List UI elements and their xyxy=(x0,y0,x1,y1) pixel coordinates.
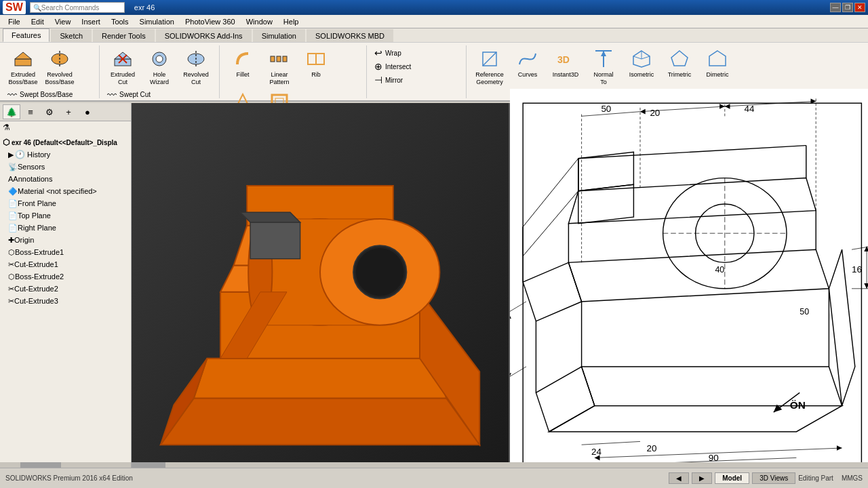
lp-tab-config[interactable]: ⚙ xyxy=(41,104,58,119)
ft-front-plane[interactable]: 📄 Front Plane xyxy=(0,197,131,209)
tab-addins[interactable]: SOLIDWORKS Add-Ins xyxy=(156,29,252,42)
btn-dimetric[interactable]: Dimetric xyxy=(700,45,735,80)
ft-history-label: History xyxy=(27,150,50,159)
titlebar: SW 🔍 exr 46 — ❐ ✕ xyxy=(0,0,868,15)
revolved-boss-label: RevolvedBoss/Base xyxy=(45,71,74,86)
lp-tab-plus[interactable]: + xyxy=(60,104,77,119)
swept-cut-label: Swept Cut xyxy=(119,91,151,98)
ft-cut-extrude3[interactable]: ✂ Cut-Extrude3 xyxy=(0,295,131,307)
btn-swept-boss-base[interactable]: 〰 Swept Boss/Base xyxy=(5,89,94,101)
menu-photoview[interactable]: PhotoView 360 xyxy=(180,16,241,27)
tab-features[interactable]: Features xyxy=(3,28,50,42)
on-label: ÖN xyxy=(790,399,806,411)
ft-annotations-label: Annotations xyxy=(13,175,52,183)
reference-geometry-icon xyxy=(477,47,502,71)
menu-simulation[interactable]: Simulation xyxy=(134,16,180,27)
ft-origin[interactable]: ✚ Origin xyxy=(0,234,131,246)
lp-tab-feature[interactable]: 🌲 xyxy=(3,104,20,119)
menu-window[interactable]: Window xyxy=(241,16,278,27)
svg-line-71 xyxy=(578,146,806,159)
rib-label: Rib xyxy=(311,71,321,79)
menu-view[interactable]: View xyxy=(50,16,77,27)
tab-render[interactable]: Render Tools xyxy=(93,29,155,42)
filter-icon: ⚗ xyxy=(3,123,10,132)
drawing-view[interactable]: 50 20 44 16 xyxy=(509,103,868,468)
close-button[interactable]: ✕ xyxy=(854,3,865,12)
svg-marker-47 xyxy=(240,212,300,222)
ft-material[interactable]: 🔷 Material <not specified> xyxy=(0,185,131,197)
ft-root[interactable]: ⬡ exr 46 (Default<<Default>_Displa xyxy=(0,136,131,148)
btn-trimetric[interactable]: Trimetric xyxy=(662,45,697,80)
isometric-icon xyxy=(629,47,654,71)
tab-model[interactable]: Model xyxy=(715,472,749,484)
search-input[interactable] xyxy=(41,4,116,12)
history-icon: 🕐 xyxy=(15,150,25,159)
maximize-button[interactable]: ❐ xyxy=(842,3,853,12)
hscroll[interactable] xyxy=(132,462,868,468)
svg-marker-96 xyxy=(837,445,842,451)
revolved-cut-icon xyxy=(184,47,208,71)
svg-line-93 xyxy=(582,441,640,445)
btn-extruded-cut[interactable]: ExtrudedCut xyxy=(105,45,140,87)
menu-insert[interactable]: Insert xyxy=(76,16,106,27)
svg-rect-4 xyxy=(115,59,131,66)
instant3d-icon: 3D xyxy=(553,47,578,71)
ft-boss-extrude2[interactable]: ⬡ Boss-Extrude2 xyxy=(0,270,131,283)
titlebar-left: SW 🔍 exr 46 xyxy=(3,1,155,14)
btn-isometric[interactable]: Isometric xyxy=(624,45,659,80)
front-plane-icon: 📄 xyxy=(8,199,18,208)
swept-cut-icon: 〰 xyxy=(107,89,117,100)
tab-mbd[interactable]: SOLIDWORKS MBD xyxy=(307,29,393,42)
search-area[interactable]: 🔍 xyxy=(30,2,125,13)
btn-mirror[interactable]: ⊣ Mirror xyxy=(372,74,460,86)
btn-intersect[interactable]: ⊕ Intersect xyxy=(372,60,460,73)
btn-fillet[interactable]: Fillet xyxy=(225,45,260,80)
btn-swept-cut[interactable]: 〰 Swept Cut xyxy=(105,89,193,101)
nav-prev[interactable]: ◀ xyxy=(669,472,689,484)
ft-history[interactable]: ▶ 🕐 History xyxy=(0,148,131,161)
menu-edit[interactable]: Edit xyxy=(26,16,50,27)
minimize-button[interactable]: — xyxy=(830,3,841,12)
model-view[interactable] xyxy=(132,103,509,468)
btn-extruded-boss-base[interactable]: ExtrudedBoss/Base xyxy=(5,45,41,87)
menu-file[interactable]: File xyxy=(3,16,26,27)
lp-tab-property[interactable]: ≡ xyxy=(22,104,39,119)
ft-boss-extrude1[interactable]: ⬡ Boss-Extrude1 xyxy=(0,246,131,258)
btn-linear-pattern[interactable]: LinearPattern xyxy=(262,45,297,87)
tab-simulation[interactable]: Simulation xyxy=(253,29,305,42)
btn-hole-wizard[interactable]: HoleWizard xyxy=(142,45,177,87)
dim-20: 20 xyxy=(650,108,660,118)
rib-icon xyxy=(304,47,328,71)
ft-top-plane[interactable]: 📄 Top Plane xyxy=(0,209,131,222)
ft-sensors[interactable]: 📡 Sensors xyxy=(0,161,131,173)
ft-right-plane[interactable]: 📄 Right Plane xyxy=(0,222,131,234)
tab-sketch[interactable]: Sketch xyxy=(51,29,92,42)
dimetric-label: Dimetric xyxy=(707,71,729,79)
mirror-label: Mirror xyxy=(385,77,403,84)
btn-wrap[interactable]: ↩ Wrap xyxy=(372,47,460,59)
btn-revolved-boss-base[interactable]: RevolvedBoss/Base xyxy=(42,45,77,87)
ft-cut-extrude2[interactable]: ✂ Cut-Extrude2 xyxy=(0,283,131,295)
btn-curves[interactable]: Curves xyxy=(510,45,545,80)
left-panel-scrollbar[interactable] xyxy=(0,462,131,468)
tab-3d-views[interactable]: 3D Views xyxy=(752,472,795,484)
btn-normal-to[interactable]: NormalTo xyxy=(586,45,621,87)
menu-help[interactable]: Help xyxy=(278,16,304,27)
annotations-icon: A xyxy=(8,175,13,183)
svg-line-28 xyxy=(642,56,650,59)
btn-reference-geometry[interactable]: ReferenceGeometry xyxy=(472,45,507,87)
btn-instant3d[interactable]: 3D Instant3D xyxy=(548,45,583,80)
dim-90: 90 xyxy=(709,453,719,463)
menu-tools[interactable]: Tools xyxy=(106,16,134,27)
btn-revolved-cut[interactable]: RevolvedCut xyxy=(178,45,214,87)
mirror-icon: ⊣ xyxy=(374,75,382,85)
svg-marker-70 xyxy=(523,159,578,256)
ft-annotations[interactable]: A Annotations xyxy=(0,173,131,185)
nav-next[interactable]: ▶ xyxy=(692,472,712,484)
svg-rect-14 xyxy=(283,56,287,62)
btn-rib[interactable]: Rib xyxy=(298,45,334,80)
hscroll-thumb[interactable] xyxy=(132,462,165,468)
lp-tab-appearance[interactable]: ● xyxy=(79,104,96,119)
ft-cut-extrude1[interactable]: ✂ Cut-Extrude1 xyxy=(0,258,131,270)
dim-24: 24 xyxy=(591,447,601,457)
